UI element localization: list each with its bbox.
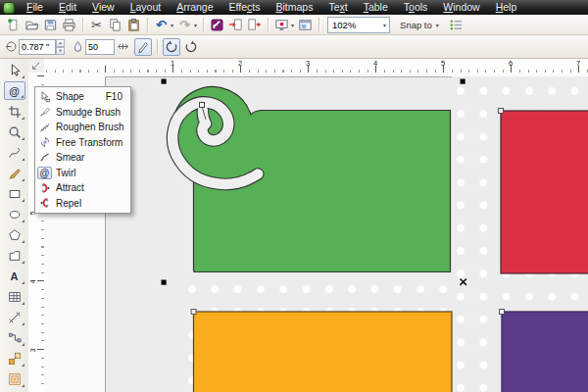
undo-button[interactable]: ↶	[153, 17, 170, 33]
toolbox-connector-tool[interactable]	[4, 328, 25, 347]
toolbox-twirl-tool[interactable]: @	[4, 81, 25, 100]
red-rectangle[interactable]	[501, 111, 588, 273]
menu-view[interactable]: View	[84, 0, 122, 15]
toolbox-text-tool[interactable]: A	[4, 267, 25, 285]
connect-button[interactable]	[209, 17, 225, 33]
menu-layout[interactable]: Layout	[122, 0, 170, 15]
menu-file[interactable]: File	[19, 0, 51, 15]
print-button[interactable]	[61, 17, 77, 33]
flyout-item-repel[interactable]: Repel	[35, 196, 130, 212]
flyout-item-shape[interactable]: ShapeF10	[35, 89, 130, 105]
spread-icon	[116, 40, 129, 54]
new-button[interactable]	[5, 17, 22, 33]
toolbox-ellipse-tool[interactable]	[4, 205, 25, 223]
menu-tools[interactable]: Tools	[396, 0, 436, 15]
flyout-item-label: Repel	[56, 198, 81, 209]
snap-to-dropdown-arrow-icon[interactable]: ▾	[436, 22, 439, 28]
horizontal-ruler[interactable]: 1234567	[44, 59, 588, 74]
menu-window[interactable]: Window	[435, 0, 487, 15]
open-button[interactable]	[24, 17, 40, 33]
toolbox-rectangle-tool[interactable]	[4, 184, 25, 203]
toolbox-crop-tool[interactable]	[4, 102, 25, 121]
menu-arrange[interactable]: Arrange	[169, 0, 220, 15]
selection-handle-top-right[interactable]	[461, 79, 466, 84]
cut-button[interactable]: ✂	[88, 17, 105, 33]
menu-text[interactable]: Text	[320, 0, 355, 15]
flyout-item-twirl[interactable]: @Twirl	[35, 166, 130, 181]
flyout-item-label: Smudge Brush	[56, 107, 121, 118]
roughen-icon	[37, 121, 52, 133]
menu-effects[interactable]: Effects	[221, 0, 269, 15]
save-button[interactable]	[42, 17, 59, 33]
flyout-item-label: Attract	[56, 182, 84, 193]
red-rect-node[interactable]	[499, 109, 504, 114]
toolbox-table-tool[interactable]	[4, 287, 25, 306]
toolbox-basic-shapes-tool[interactable]	[4, 246, 25, 265]
menu-table[interactable]: Table	[356, 0, 396, 15]
selection-handle-bottom-left[interactable]	[162, 280, 167, 285]
twirlsmall-icon: @	[37, 167, 52, 179]
toolbox-dimension-tool[interactable]	[4, 308, 25, 326]
purple-rect-node[interactable]	[500, 310, 505, 315]
toolbox-blend-tool[interactable]	[4, 349, 25, 368]
flyout-item-shortcut: F10	[106, 91, 122, 102]
flyout-item-smudge-brush[interactable]: Smudge Brush	[35, 105, 130, 121]
clockwise-twirl-button[interactable]	[182, 38, 200, 56]
paste-button[interactable]	[125, 17, 142, 33]
freetransform-icon	[37, 136, 52, 149]
zoom-level-value: 102%	[332, 20, 356, 30]
repel-icon	[37, 197, 52, 210]
snap-to-button[interactable]: Snap to▾	[400, 20, 441, 30]
export-button[interactable]	[246, 17, 263, 33]
twirl-node-handle[interactable]	[200, 103, 205, 108]
rate-input[interactable]	[85, 39, 115, 55]
vruler-number: 3	[28, 348, 37, 352]
counterclockwise-twirl-button[interactable]	[163, 38, 180, 56]
toolbox-zoom-tool[interactable]	[4, 122, 25, 141]
coreldraw-window: FileEditViewLayoutArrangeEffectsBitmapsT…	[0, 0, 588, 392]
property-bar: ▲▼	[0, 35, 588, 59]
dropdown-arrow-icon[interactable]: ▾	[171, 22, 173, 28]
selection-center-x-marker[interactable]	[461, 279, 466, 285]
redo-button[interactable]: ↷	[176, 17, 193, 33]
toolbox-freehand-tool[interactable]	[4, 143, 25, 162]
smudge-icon	[37, 106, 52, 119]
welcome-button[interactable]	[297, 17, 314, 33]
flyout-item-free-transform[interactable]: Free Transform	[35, 135, 130, 151]
hruler-number: 4	[373, 59, 377, 68]
selection-handle-top-left[interactable]	[162, 79, 167, 84]
menu-edit[interactable]: Edit	[51, 0, 84, 15]
hruler-number: 5	[441, 59, 445, 68]
dropdown-arrow-icon[interactable]: ▾	[194, 22, 197, 28]
dropdown-arrow-icon[interactable]: ▾	[291, 22, 294, 28]
flyout-item-attract[interactable]: Attract	[35, 180, 130, 196]
import-button[interactable]	[227, 17, 244, 33]
toolbar-separator	[268, 18, 269, 32]
zoom-dropdown-arrow-icon[interactable]: ▾	[383, 22, 386, 28]
toolbox-polygon-tool[interactable]	[4, 225, 25, 244]
toolbox-artistic-media-tool[interactable]	[4, 164, 25, 182]
toolbox-pick-tool[interactable]	[4, 61, 25, 79]
orange-rect-node[interactable]	[191, 310, 196, 315]
flyout-item-roughen-brush[interactable]: Roughen Brush	[35, 120, 130, 135]
orange-rectangle[interactable]	[194, 312, 453, 392]
pen-pressure-button[interactable]	[134, 38, 152, 56]
toolbox-contour-tool[interactable]	[4, 369, 25, 388]
flyout-item-smear[interactable]: Smear	[35, 150, 130, 166]
options-button[interactable]	[448, 17, 465, 33]
zoom-level-combo[interactable]: 102%▾	[327, 17, 390, 33]
launcher-button[interactable]	[273, 17, 290, 33]
menu-help[interactable]: Help	[488, 0, 525, 15]
vruler-number: 4	[28, 279, 37, 283]
menu-bitmaps[interactable]: Bitmaps	[268, 0, 320, 15]
nib-size-spinner[interactable]: ▲▼	[56, 39, 65, 55]
purple-rectangle[interactable]	[502, 312, 588, 392]
hruler-number: 7	[576, 59, 580, 68]
copy-button[interactable]	[107, 17, 123, 33]
standard-toolbar: ✂↶▾↷▾▾102%▾Snap to▾	[0, 15, 588, 35]
flyout-item-label: Free Transform	[56, 137, 122, 148]
nib-size-input[interactable]	[19, 39, 56, 55]
flyout-item-label: Smear	[56, 152, 84, 163]
ruler-origin-button[interactable]	[28, 59, 45, 74]
hruler-number: 2	[238, 59, 242, 68]
